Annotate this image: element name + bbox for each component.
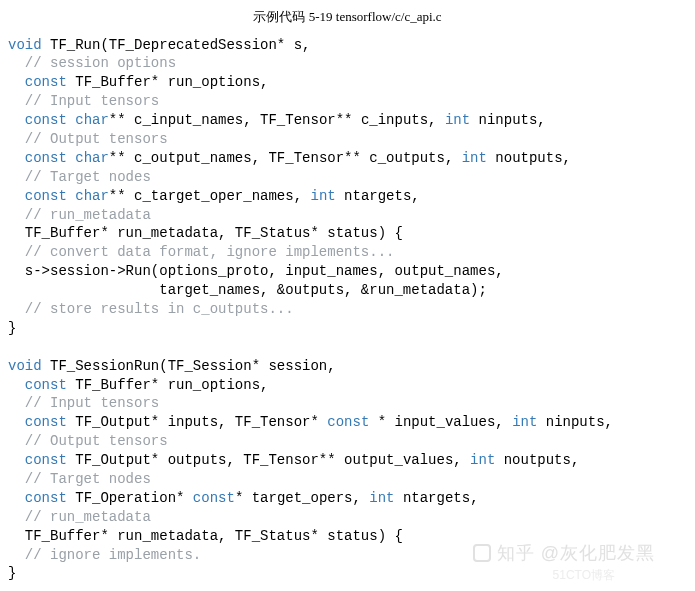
- code-comment: // Input tensors: [8, 395, 159, 411]
- keyword: const: [25, 112, 67, 128]
- code-text: ninputs,: [470, 112, 546, 128]
- code-comment: // run_metadata: [8, 207, 151, 223]
- code-comment: // session options: [8, 55, 176, 71]
- keyword: const: [25, 150, 67, 166]
- code-text: TF_Buffer* run_options,: [67, 377, 269, 393]
- keyword: const: [25, 188, 67, 204]
- code-text: TF_Buffer* run_metadata, TF_Status* stat…: [8, 528, 403, 544]
- code-comment: // run_metadata: [8, 509, 151, 525]
- keyword: const: [25, 377, 67, 393]
- code-text: }: [8, 320, 16, 336]
- code-text: * input_values,: [369, 414, 512, 430]
- code-text: TF_Output* inputs, TF_Tensor*: [67, 414, 327, 430]
- code-comment: // Target nodes: [8, 169, 151, 185]
- keyword: const: [25, 452, 67, 468]
- code-text: [8, 377, 25, 393]
- keyword: int: [462, 150, 487, 166]
- code-text: [8, 452, 25, 468]
- code-comment: // convert data format, ignore implement…: [8, 244, 394, 260]
- keyword: int: [310, 188, 335, 204]
- keyword: char: [75, 112, 109, 128]
- code-text: [67, 112, 75, 128]
- code-text: ** c_input_names, TF_Tensor** c_inputs,: [109, 112, 445, 128]
- keyword: const: [25, 74, 67, 90]
- code-comment: // Output tensors: [8, 131, 168, 147]
- code-block: void TF_Run(TF_DeprecatedSession* s, // …: [0, 36, 695, 584]
- code-text: }: [8, 565, 16, 581]
- code-text: [67, 188, 75, 204]
- code-text: TF_Operation*: [67, 490, 193, 506]
- keyword: const: [193, 490, 235, 506]
- code-text: TF_SessionRun(TF_Session* session,: [42, 358, 336, 374]
- code-comment: // Target nodes: [8, 471, 151, 487]
- code-text: ** c_target_oper_names,: [109, 188, 311, 204]
- code-text: ntargets,: [336, 188, 420, 204]
- code-text: noutputs,: [487, 150, 571, 166]
- code-text: [8, 188, 25, 204]
- code-listing-title: 示例代码 5-19 tensorflow/c/c_api.c: [0, 0, 695, 36]
- code-text: [8, 150, 25, 166]
- keyword: int: [445, 112, 470, 128]
- code-text: TF_Buffer* run_options,: [67, 74, 269, 90]
- keyword: const: [25, 490, 67, 506]
- code-text: [8, 490, 25, 506]
- keyword: int: [369, 490, 394, 506]
- keyword: int: [512, 414, 537, 430]
- code-comment: // Input tensors: [8, 93, 159, 109]
- keyword: int: [470, 452, 495, 468]
- code-text: target_names, &outputs, &run_metadata);: [8, 282, 487, 298]
- code-text: ** c_output_names, TF_Tensor** c_outputs…: [109, 150, 462, 166]
- keyword: char: [75, 150, 109, 166]
- code-text: noutputs,: [495, 452, 579, 468]
- code-text: [8, 414, 25, 430]
- keyword: void: [8, 358, 42, 374]
- code-comment: // ignore implements.: [8, 547, 201, 563]
- code-comment: // store results in c_outputs...: [8, 301, 294, 317]
- code-text: TF_Run(TF_DeprecatedSession* s,: [42, 37, 311, 53]
- code-text: [8, 74, 25, 90]
- code-text: ntargets,: [395, 490, 479, 506]
- code-text: TF_Buffer* run_metadata, TF_Status* stat…: [8, 225, 403, 241]
- keyword: void: [8, 37, 42, 53]
- code-text: ninputs,: [537, 414, 613, 430]
- code-text: * target_opers,: [235, 490, 369, 506]
- code-text: s->session->Run(options_proto, input_nam…: [8, 263, 504, 279]
- code-comment: // Output tensors: [8, 433, 168, 449]
- keyword: char: [75, 188, 109, 204]
- code-text: [67, 150, 75, 166]
- code-text: [8, 112, 25, 128]
- keyword: const: [25, 414, 67, 430]
- code-text: TF_Output* outputs, TF_Tensor** output_v…: [67, 452, 470, 468]
- keyword: const: [327, 414, 369, 430]
